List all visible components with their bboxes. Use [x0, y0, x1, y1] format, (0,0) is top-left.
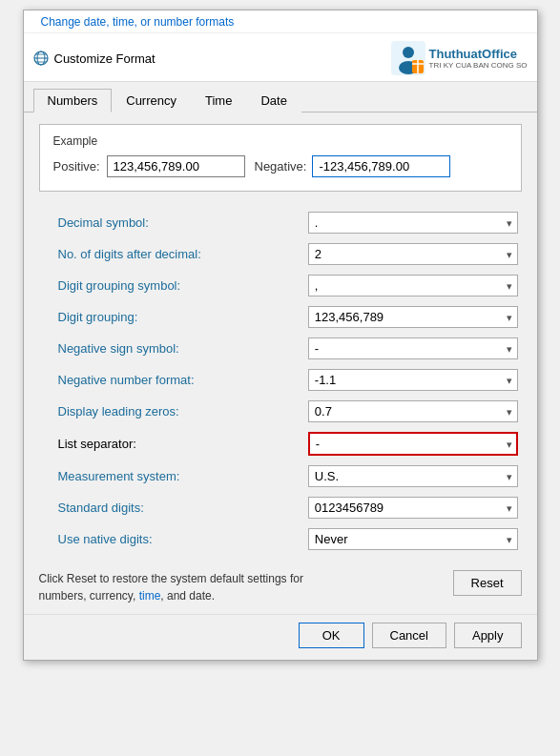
svg-point-6	[403, 47, 414, 58]
title-bar: Customize Format ThuthuatOffice TRI KY C…	[24, 33, 537, 82]
settings-label-decimal-symbol: Decimal symbol:	[39, 207, 304, 238]
footer-text: Click Reset to restore the system defaul…	[39, 570, 453, 604]
cancel-button[interactable]: Cancel	[372, 623, 446, 648]
settings-value-digit-grouping-symbol: ,	[304, 270, 522, 301]
tabs-row: Numbers Currency Time Date	[24, 82, 537, 112]
dropdown-digits-after-decimal[interactable]: 2	[308, 243, 518, 265]
example-group: Example Positive: Negative:	[39, 124, 522, 192]
settings-row-digits-after-decimal: No. of digits after decimal:2	[39, 238, 522, 270]
dropdown-digit-grouping-symbol[interactable]: ,	[308, 275, 518, 296]
dropdown-negative-number-format[interactable]: -1.1	[308, 369, 518, 391]
person-icon	[391, 41, 425, 75]
tab-date[interactable]: Date	[246, 89, 301, 112]
settings-row-measurement-system: Measurement system:U.S.	[39, 460, 522, 492]
settings-value-decimal-symbol: .	[304, 207, 522, 238]
settings-value-measurement-system: U.S.	[304, 460, 522, 492]
settings-label-negative-sign-symbol: Negative sign symbol:	[39, 333, 304, 364]
settings-row-digit-grouping: Digit grouping:123,456,789	[39, 301, 522, 333]
settings-row-list-separator: List separator:-	[39, 427, 522, 460]
settings-value-use-native-digits: Never	[304, 523, 522, 555]
settings-label-negative-number-format: Negative number format:	[39, 364, 304, 396]
dropdown-list-separator[interactable]: -	[308, 432, 518, 456]
dropdown-measurement-system[interactable]: U.S.	[308, 465, 518, 487]
settings-value-list-separator: -	[304, 427, 522, 460]
settings-value-digit-grouping: 123,456,789	[304, 301, 522, 333]
settings-label-measurement-system: Measurement system:	[39, 460, 304, 492]
settings-label-digit-grouping: Digit grouping:	[39, 301, 304, 333]
settings-label-standard-digits: Standard digits:	[39, 492, 304, 523]
window-title: Customize Format	[54, 51, 156, 66]
settings-row-use-native-digits: Use native digits:Never	[39, 523, 522, 555]
settings-value-digits-after-decimal: 2	[304, 238, 522, 270]
positive-example: Positive:	[53, 155, 245, 177]
ok-button[interactable]: OK	[299, 623, 364, 648]
settings-label-digit-grouping-symbol: Digit grouping symbol:	[39, 270, 304, 301]
settings-value-standard-digits: 0123456789	[304, 492, 522, 523]
settings-row-display-leading-zeros: Display leading zeros:0.7	[39, 396, 522, 427]
dropdown-negative-sign-symbol[interactable]: -	[308, 337, 518, 359]
dropdown-display-leading-zeros[interactable]: 0.7	[308, 400, 518, 422]
negative-input[interactable]	[312, 155, 450, 177]
dropdown-standard-digits[interactable]: 0123456789	[308, 497, 518, 519]
tab-currency[interactable]: Currency	[112, 89, 191, 112]
footer-reset-row: Click Reset to restore the system defaul…	[24, 566, 537, 614]
settings-row-standard-digits: Standard digits:0123456789	[39, 492, 522, 523]
content-area: Example Positive: Negative: Decimal symb…	[24, 112, 537, 566]
settings-row-decimal-symbol: Decimal symbol:.	[39, 207, 522, 238]
reset-button[interactable]: Reset	[453, 570, 522, 596]
logo-area: ThuthuatOffice TRI KY CUA BAN CONG SO	[391, 41, 528, 75]
dropdown-use-native-digits[interactable]: Never	[308, 528, 518, 550]
positive-input[interactable]	[107, 155, 245, 177]
tab-time[interactable]: Time	[191, 89, 246, 112]
logo-name: ThuthuatOffice	[429, 47, 528, 61]
apply-button[interactable]: Apply	[454, 623, 522, 648]
settings-row-negative-sign-symbol: Negative sign symbol:-	[39, 333, 522, 364]
negative-example: Negative:	[255, 155, 451, 177]
settings-value-display-leading-zeros: 0.7	[304, 396, 522, 427]
time-link[interactable]: time	[139, 589, 161, 603]
settings-value-negative-number-format: -1.1	[304, 364, 522, 396]
negative-label: Negative:	[255, 159, 307, 174]
logo-sub: TRI KY CUA BAN CONG SO	[429, 61, 528, 70]
action-buttons: OK Cancel Apply	[24, 614, 537, 660]
example-group-label: Example	[53, 134, 508, 148]
settings-label-digits-after-decimal: No. of digits after decimal:	[39, 238, 304, 270]
globe-icon	[33, 51, 49, 66]
settings-row-negative-number-format: Negative number format:-1.1	[39, 364, 522, 396]
settings-table: Decimal symbol:.No. of digits after deci…	[39, 207, 522, 555]
settings-label-list-separator: List separator:	[39, 427, 304, 460]
change-format-link[interactable]: Change date, time, or number formats	[33, 13, 242, 32]
settings-label-use-native-digits: Use native digits:	[39, 523, 304, 555]
tab-numbers[interactable]: Numbers	[33, 89, 113, 112]
settings-label-display-leading-zeros: Display leading zeros:	[39, 396, 304, 427]
example-row: Positive: Negative:	[53, 155, 508, 177]
settings-row-digit-grouping-symbol: Digit grouping symbol:,	[39, 270, 522, 301]
settings-value-negative-sign-symbol: -	[304, 333, 522, 364]
dropdown-digit-grouping[interactable]: 123,456,789	[308, 306, 518, 328]
dropdown-decimal-symbol[interactable]: .	[308, 212, 518, 234]
positive-label: Positive:	[53, 159, 101, 174]
customize-format-window: Change date, time, or number formats Cus…	[23, 10, 538, 661]
